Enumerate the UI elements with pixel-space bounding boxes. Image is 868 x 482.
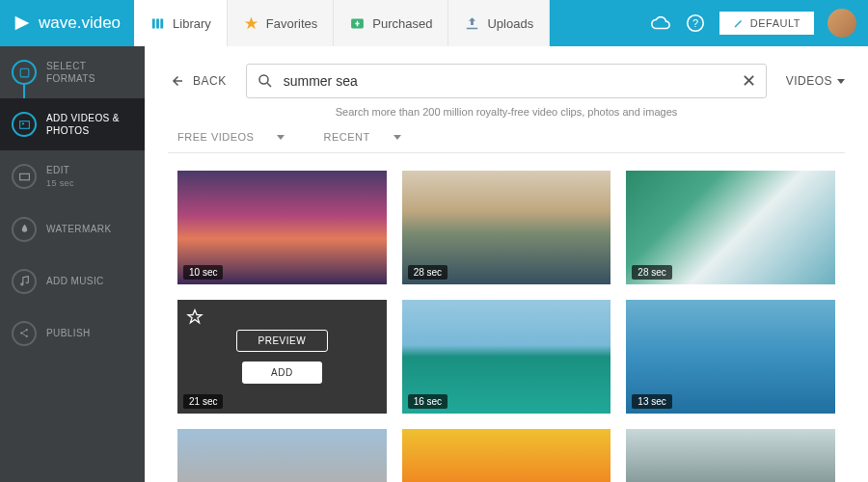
- back-button[interactable]: BACK: [168, 72, 227, 90]
- publish-icon: [12, 321, 37, 346]
- formats-icon: [12, 60, 37, 85]
- step-label: WATERMARK: [46, 223, 112, 235]
- step-edit[interactable]: EDIT15 sec: [0, 150, 145, 203]
- cloud-icon[interactable]: [650, 13, 671, 34]
- video-thumbnail[interactable]: 10 sec: [177, 171, 387, 284]
- svg-point-9: [25, 335, 27, 337]
- step-label: ADD MUSIC: [46, 275, 104, 287]
- video-thumbnail[interactable]: [177, 429, 387, 482]
- search-type-filter[interactable]: VIDEOS: [786, 74, 845, 88]
- help-icon[interactable]: ?: [685, 13, 706, 34]
- duration-badge: 28 sec: [632, 265, 671, 280]
- step-label: ADD VIDEOS & PHOTOS: [46, 112, 133, 137]
- search-box: ✕: [246, 64, 767, 98]
- purchased-icon: [349, 15, 366, 32]
- brand-logo[interactable]: wave.video: [12, 13, 121, 34]
- edit-icon: [12, 164, 37, 189]
- back-label: BACK: [193, 74, 227, 88]
- video-thumbnail[interactable]: 13 sec: [626, 300, 835, 414]
- step-label: SELECT FORMATS: [46, 60, 133, 85]
- step-music[interactable]: ADD MUSIC: [0, 255, 145, 308]
- step-photos[interactable]: ADD VIDEOS & PHOTOS: [0, 98, 145, 150]
- step-label: PUBLISH: [46, 327, 91, 339]
- duration-badge: 21 sec: [183, 394, 223, 409]
- step-label: EDIT15 sec: [46, 164, 74, 190]
- step-formats[interactable]: SELECT FORMATS: [0, 46, 145, 98]
- tab-uploads[interactable]: Uploads: [448, 0, 550, 46]
- svg-point-8: [25, 329, 27, 331]
- chevron-down-icon: [837, 79, 845, 84]
- svg-rect-6: [19, 174, 29, 180]
- duration-badge: 13 sec: [632, 394, 671, 409]
- video-thumbnail[interactable]: PREVIEWADD21 sec: [177, 300, 387, 414]
- topright: ? DEFAULT: [650, 9, 856, 38]
- avatar[interactable]: [827, 9, 856, 38]
- add-button[interactable]: ADD: [242, 362, 322, 384]
- filter-bar: FREE VIDEOSRECENT: [168, 131, 845, 153]
- svg-point-5: [21, 122, 23, 124]
- chevron-down-icon: [393, 135, 401, 140]
- filter-free-videos[interactable]: FREE VIDEOS: [177, 131, 285, 143]
- tab-purchased[interactable]: Purchased: [334, 0, 448, 46]
- search-type-label: VIDEOS: [786, 74, 832, 88]
- top-tabs: LibraryFavoritesPurchasedUploads: [134, 0, 550, 46]
- video-thumbnail[interactable]: 16 sec: [402, 300, 611, 414]
- svg-point-7: [20, 333, 22, 335]
- tab-label: Uploads: [487, 16, 533, 31]
- video-thumbnail[interactable]: 28 sec: [626, 171, 835, 284]
- search-helper-text: Search more than 200 million royalty-fre…: [168, 106, 845, 118]
- search-icon: [257, 72, 274, 90]
- duration-badge: 16 sec: [408, 394, 448, 409]
- library-icon: [149, 15, 166, 32]
- video-thumbnail[interactable]: [626, 429, 835, 482]
- topbar: wave.video LibraryFavoritesPurchasedUplo…: [0, 0, 868, 46]
- uploads-icon: [464, 15, 480, 32]
- content: BACK ✕ VIDEOS Search more than 200 milli…: [145, 46, 868, 482]
- play-logo-icon: [12, 13, 33, 34]
- arrow-left-icon: [168, 72, 185, 90]
- filter-label: RECENT: [323, 131, 369, 143]
- filter-recent[interactable]: RECENT: [323, 131, 400, 143]
- duration-badge: 10 sec: [183, 265, 223, 280]
- preview-button[interactable]: PREVIEW: [236, 330, 329, 352]
- svg-point-10: [259, 75, 268, 84]
- results-grid: 10 sec28 sec28 secPREVIEWADD21 sec16 sec…: [168, 171, 845, 482]
- music-icon: [12, 269, 37, 294]
- favorite-star-icon[interactable]: [185, 308, 204, 331]
- tab-label: Favorites: [266, 16, 317, 31]
- tab-favorites[interactable]: Favorites: [228, 0, 334, 46]
- step-watermark[interactable]: WATERMARK: [0, 203, 145, 255]
- sidebar: SELECT FORMATSADD VIDEOS & PHOTOSEDIT15 …: [0, 46, 145, 482]
- star-icon: [243, 15, 259, 32]
- duration-badge: 28 sec: [408, 265, 448, 280]
- clear-search-icon[interactable]: ✕: [742, 70, 756, 92]
- default-label: DEFAULT: [750, 17, 800, 29]
- svg-rect-4: [19, 120, 29, 128]
- svg-text:?: ?: [692, 17, 698, 29]
- filter-label: FREE VIDEOS: [177, 131, 254, 143]
- watermark-icon: [12, 217, 37, 242]
- tab-label: Purchased: [372, 16, 432, 31]
- pencil-icon: [733, 17, 745, 29]
- step-publish[interactable]: PUBLISH: [0, 308, 145, 360]
- tab-library[interactable]: Library: [134, 0, 228, 46]
- search-input[interactable]: [284, 73, 732, 89]
- chevron-down-icon: [277, 135, 285, 140]
- svg-rect-3: [20, 68, 29, 77]
- video-thumbnail[interactable]: [402, 429, 611, 482]
- brand-text: wave.video: [39, 13, 121, 33]
- tab-label: Library: [173, 16, 211, 31]
- default-button[interactable]: DEFAULT: [719, 12, 814, 35]
- photos-icon: [12, 112, 37, 137]
- video-thumbnail[interactable]: 28 sec: [402, 171, 611, 284]
